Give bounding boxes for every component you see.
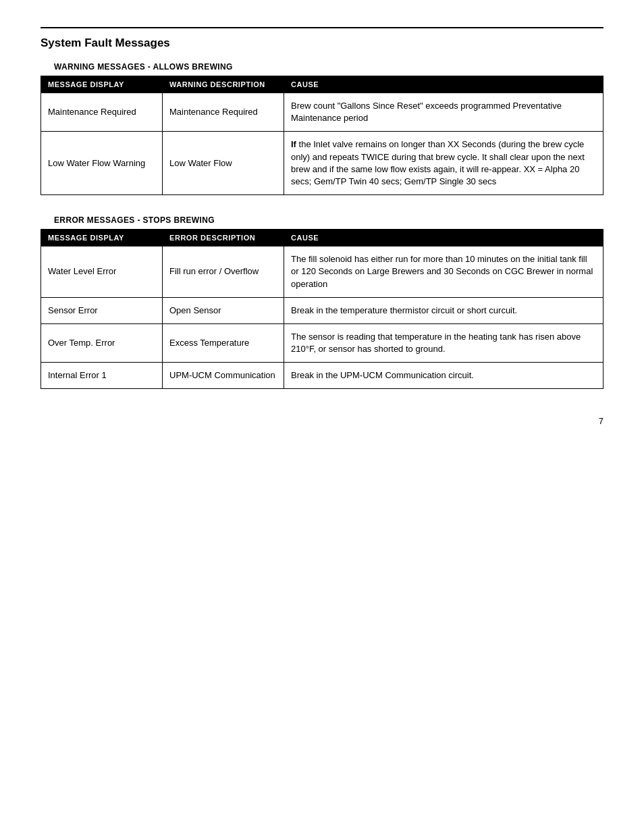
warning-col-description: WARNING DESCRIPTION (163, 76, 284, 93)
error-cause: Break in the UPM-UCM Communication circu… (284, 363, 603, 389)
error-message-display: Internal Error 1 (41, 363, 163, 389)
warning-col-message-display: MESSAGE DISPLAY (41, 76, 163, 93)
warning-table-header-row: MESSAGE DISPLAY WARNING DESCRIPTION CAUS… (41, 76, 603, 93)
warning-description: Maintenance Required (163, 93, 284, 132)
error-col-cause: CAUSE (284, 230, 603, 246)
warning-table: MESSAGE DISPLAY WARNING DESCRIPTION CAUS… (41, 76, 603, 195)
warning-table-row: Low Water Flow WarningLow Water FlowIf t… (41, 132, 603, 195)
error-table-row: Over Temp. ErrorExcess TemperatureThe se… (41, 323, 603, 362)
error-table-row: Internal Error 1UPM-UCM CommunicationBre… (41, 363, 603, 389)
error-description: UPM-UCM Communication (163, 363, 284, 389)
error-message-display: Over Temp. Error (41, 323, 163, 362)
error-table-header-row: MESSAGE DISPLAY ERROR DESCRIPTION CAUSE (41, 230, 603, 246)
error-table: MESSAGE DISPLAY ERROR DESCRIPTION CAUSE … (41, 229, 603, 389)
error-message-display: Water Level Error (41, 246, 163, 298)
warning-col-cause: CAUSE (284, 76, 603, 93)
error-description: Excess Temperature (163, 323, 284, 362)
error-cause: The fill solenoid has either run for mor… (284, 246, 603, 298)
error-cause: The sensor is reading that temperature i… (284, 323, 603, 362)
error-table-row: Sensor ErrorOpen SensorBreak in the temp… (41, 297, 603, 323)
warning-message-display: Maintenance Required (41, 93, 163, 132)
error-col-description: ERROR DESCRIPTION (163, 230, 284, 246)
top-border (41, 27, 603, 28)
warning-message-display: Low Water Flow Warning (41, 132, 163, 195)
error-description: Open Sensor (163, 297, 284, 323)
page-container: System Fault Messages WARNING MESSAGES -… (41, 27, 603, 426)
warning-description: Low Water Flow (163, 132, 284, 195)
warning-table-row: Maintenance RequiredMaintenance Required… (41, 93, 603, 132)
error-table-row: Water Level ErrorFill run error / Overfl… (41, 246, 603, 298)
page-title: System Fault Messages (41, 36, 603, 50)
error-description: Fill run error / Overflow (163, 246, 284, 298)
warning-cause: Brew count "Gallons Since Reset" exceeds… (284, 93, 603, 132)
page-number: 7 (41, 416, 603, 426)
warning-cause: If the Inlet valve remains on longer tha… (284, 132, 603, 195)
warning-section-heading: WARNING MESSAGES - ALLOWS BREWING (41, 62, 603, 72)
error-cause: Break in the temperature thermistor circ… (284, 297, 603, 323)
error-message-display: Sensor Error (41, 297, 163, 323)
error-col-message-display: MESSAGE DISPLAY (41, 230, 163, 246)
error-section-heading: ERROR MESSAGES - STOPS BREWING (41, 215, 603, 225)
